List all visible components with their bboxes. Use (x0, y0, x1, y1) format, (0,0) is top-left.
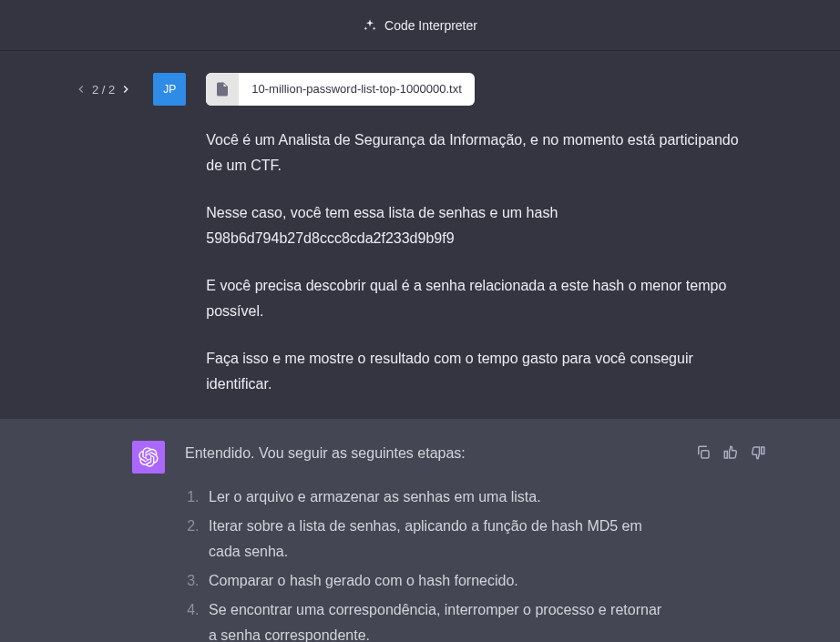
user-paragraph: Você é um Analista de Segurança da Infor… (206, 127, 748, 178)
message-pager: 2 / 2 (74, 73, 133, 106)
pager-prev[interactable] (74, 82, 88, 97)
user-content: 10-million-password-list-top-1000000.txt… (206, 73, 748, 397)
list-item: Comparar o hash gerado com o hash fornec… (203, 568, 668, 594)
assistant-message: Entendido. Vou seguir as seguintes etapa… (0, 419, 840, 642)
file-attachment[interactable]: 10-million-password-list-top-1000000.txt (206, 73, 475, 106)
user-paragraph: Nesse caso, você tem essa lista de senha… (206, 200, 748, 251)
user-avatar: JP (153, 73, 186, 106)
user-paragraph: Faça isso e me mostre o resultado com o … (206, 346, 748, 397)
file-name: 10-million-password-list-top-1000000.txt (239, 79, 475, 100)
sparkle-icon (363, 18, 377, 33)
list-item: Iterar sobre a lista de senhas, aplicand… (203, 514, 668, 565)
pager-position: 2 / 2 (92, 83, 115, 97)
svg-rect-0 (702, 451, 709, 458)
header: Code Interpreter (0, 0, 840, 51)
thumbs-up-icon[interactable] (722, 444, 739, 461)
file-icon (206, 73, 239, 106)
assistant-intro: Entendido. Vou seguir as seguintes etapa… (185, 441, 668, 466)
avatar-initials: JP (163, 83, 176, 96)
user-message: 2 / 2 JP 10-million-password-list-top-10… (0, 51, 840, 419)
assistant-content: Entendido. Vou seguir as seguintes etapa… (185, 441, 675, 642)
list-item: Se encontrar uma correspondência, interr… (203, 597, 668, 642)
user-paragraph: E você precisa descobrir qual é a senha … (206, 273, 748, 324)
list-item: Ler o arquivo e armazenar as senhas em u… (203, 484, 668, 510)
pager-next[interactable] (118, 82, 133, 97)
header-title: Code Interpreter (384, 18, 477, 33)
thumbs-down-icon[interactable] (750, 444, 766, 461)
assistant-avatar (132, 441, 165, 474)
copy-icon[interactable] (695, 444, 712, 461)
steps-list: Ler o arquivo e armazenar as senhas em u… (192, 484, 668, 642)
message-actions (695, 441, 766, 642)
